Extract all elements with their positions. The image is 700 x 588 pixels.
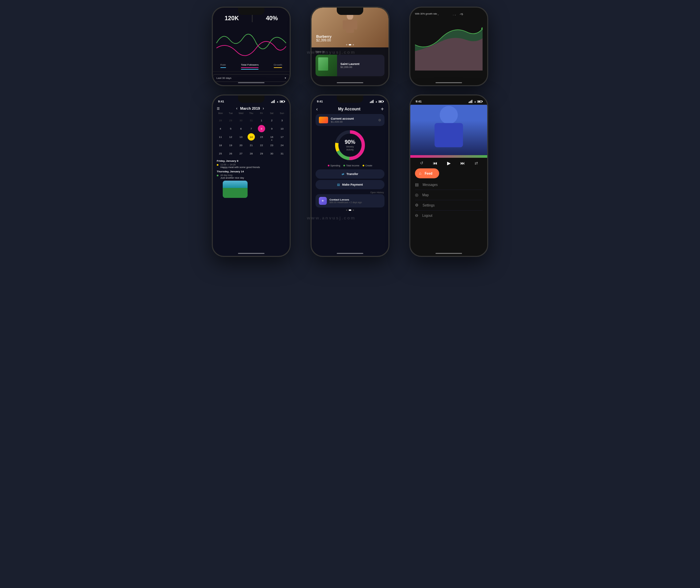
- settings-icon[interactable]: ⚙: [378, 118, 381, 122]
- event-time: 11:00 — 14:20: [220, 163, 260, 166]
- cal-day[interactable]: 21: [248, 142, 255, 149]
- analytics-chart: [215, 25, 287, 61]
- card-name: Current account: [331, 117, 354, 120]
- signal-icon-feed: [469, 100, 472, 103]
- cal-day[interactable]: 28: [217, 117, 224, 124]
- prev-icon[interactable]: ⏮: [433, 160, 437, 166]
- event-dot-yellow: [217, 164, 218, 166]
- shuffle-icon[interactable]: ⇄: [475, 161, 478, 165]
- transaction-item[interactable]: 👁 Contact Lenses $89.00 Healthcare • 2 d…: [316, 194, 384, 207]
- nav-item-settings[interactable]: ⚙ Settings: [415, 200, 483, 210]
- cal-day[interactable]: 12: [227, 133, 234, 141]
- cal-day[interactable]: 7: [248, 125, 255, 132]
- page-dot-3: [353, 209, 354, 211]
- wifi-icon-feed: ▲: [474, 100, 476, 103]
- messages-label: Messages: [423, 183, 438, 187]
- home-indicator-account: [337, 253, 363, 254]
- cal-day[interactable]: 22: [258, 142, 265, 149]
- cal-day[interactable]: 20: [237, 142, 245, 149]
- card-icon: [319, 117, 328, 123]
- open-history-link[interactable]: Open History: [312, 191, 388, 194]
- cal-day[interactable]: 28: [248, 150, 255, 157]
- back-button[interactable]: ‹: [316, 106, 318, 112]
- chevron-down-icon: ▾: [285, 77, 286, 80]
- app-container: 120K 40%: [0, 0, 700, 588]
- settings-label: Settings: [423, 204, 435, 207]
- cal-day[interactable]: 16: [268, 133, 275, 141]
- cal-day[interactable]: 31: [248, 117, 255, 124]
- cal-day[interactable]: 19: [227, 142, 234, 149]
- wifi-icon: ▲: [276, 100, 279, 103]
- cal-day[interactable]: 26: [227, 150, 234, 157]
- settings-icon-feed: ⚙: [415, 203, 419, 207]
- wifi-icon-account: ▲: [375, 100, 378, 103]
- time-range-dropdown[interactable]: Last 30 days ▾: [213, 74, 290, 82]
- nav-item-logout[interactable]: ⊖ Logout: [415, 210, 483, 220]
- cal-day[interactable]: 13: [237, 133, 245, 141]
- cal-day[interactable]: 3: [278, 117, 286, 124]
- cal-day[interactable]: 23: [268, 142, 275, 149]
- prev-month-button[interactable]: ‹: [236, 106, 238, 111]
- legend-create: Create: [363, 164, 372, 167]
- cal-day[interactable]: 24: [278, 142, 286, 149]
- hero-image: Burberry $2,399.00: [312, 8, 388, 47]
- play-icon[interactable]: ▶: [447, 160, 451, 166]
- transaction-detail: $89.00 Healthcare • 2 days ago: [329, 201, 381, 204]
- logout-label: Logout: [422, 214, 433, 217]
- cal-day[interactable]: 6: [237, 125, 245, 132]
- next-icon[interactable]: ⏭: [460, 160, 465, 166]
- cal-day[interactable]: 30: [268, 150, 275, 157]
- cal-day[interactable]: 27: [237, 150, 245, 157]
- brand-name: Burberry: [316, 34, 331, 38]
- event-dot-green: [217, 175, 218, 176]
- repeat-icon[interactable]: ↺: [420, 161, 423, 165]
- status-bar-calendar: 9:41 ▲: [213, 95, 290, 105]
- events-section: Friday, January 8 11:00 — 14:20 Happy me…: [213, 157, 290, 200]
- nav-item-feed[interactable]: ⌂ Feed: [415, 168, 483, 178]
- tab-total-followers[interactable]: Total Followers: [241, 63, 259, 69]
- nav-item-messages[interactable]: ▤ Messages: [415, 180, 483, 190]
- next-month-button[interactable]: ›: [263, 106, 264, 111]
- cal-day-selected-8[interactable]: 8: [258, 125, 265, 132]
- cal-day[interactable]: 2: [268, 117, 275, 124]
- nav-item-map[interactable]: ◎ Map: [415, 190, 483, 200]
- legend-spending: Spending: [328, 164, 340, 167]
- cal-day[interactable]: 17: [278, 133, 286, 141]
- logout-icon: ⊖: [415, 213, 418, 218]
- tab-rate[interactable]: Rate: [220, 63, 226, 69]
- transfer-label: Transfer: [346, 172, 358, 176]
- player-controls: ↺ ⏮ ▶ ⏭ ⇄: [410, 158, 487, 168]
- account-header: ‹ My Account +: [312, 105, 388, 114]
- transfer-button[interactable]: ⇄ Transfer: [316, 169, 384, 179]
- home-indicator-cal: [238, 253, 264, 254]
- cal-day[interactable]: 18: [217, 142, 224, 149]
- cal-day-selected-14[interactable]: 14: [248, 133, 255, 141]
- svg-rect-1: [346, 20, 354, 33]
- chart-legend: Spending Total Income Create: [312, 163, 388, 168]
- cal-day[interactable]: 15: [258, 133, 265, 141]
- transaction-icon: 👁: [319, 197, 327, 205]
- legend-dot-pink: [328, 165, 329, 166]
- add-button[interactable]: +: [381, 106, 384, 112]
- cal-day[interactable]: 5: [227, 125, 234, 132]
- person-silhouette: [410, 105, 487, 148]
- cal-day[interactable]: 29: [258, 150, 265, 157]
- menu-icon[interactable]: ☰: [217, 107, 220, 110]
- cal-day[interactable]: 1: [258, 117, 265, 124]
- page-dot-2: [349, 209, 351, 211]
- cal-day[interactable]: 31: [278, 150, 286, 157]
- activity-percent: 90%: [345, 139, 355, 145]
- cal-day[interactable]: 11: [217, 133, 224, 141]
- cal-day[interactable]: 9: [268, 125, 275, 132]
- cal-day[interactable]: 30: [237, 117, 245, 124]
- product-card[interactable]: Saint Laurent $2,399.00: [316, 55, 384, 76]
- make-payment-button[interactable]: ▤ Make Payment: [316, 180, 384, 189]
- cal-day[interactable]: 29: [227, 117, 234, 124]
- product-list-price: $2,399.00: [340, 66, 360, 69]
- svg-rect-2: [343, 20, 346, 29]
- cal-day[interactable]: 10: [278, 125, 286, 132]
- cal-day[interactable]: 25: [217, 150, 224, 157]
- tab-growth[interactable]: Growth: [274, 63, 282, 69]
- card-amount: $1,439.00: [331, 120, 354, 123]
- cal-day[interactable]: 4: [217, 125, 224, 132]
